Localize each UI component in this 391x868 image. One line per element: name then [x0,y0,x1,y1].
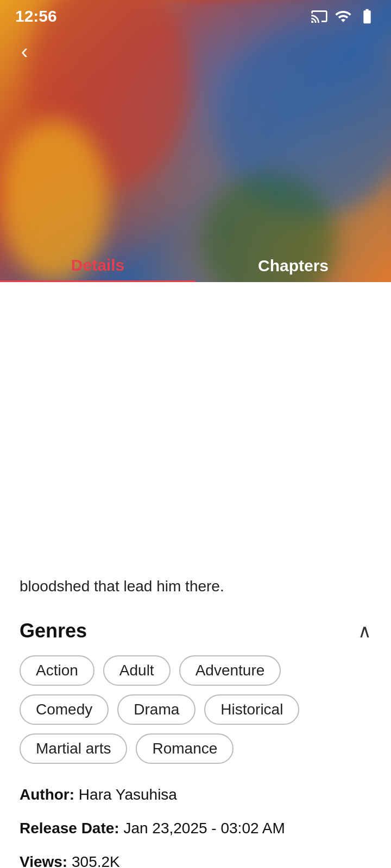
hero-image: ‹ Details Chapters [0,0,391,282]
genre-tag-martial-arts[interactable]: Martial arts [20,733,127,764]
genre-tag-adult[interactable]: Adult [103,655,171,686]
genres-title: Genres [20,620,87,642]
release-date-line: Release Date: Jan 23,2025 - 03:02 AM [20,817,371,840]
battery-icon [358,8,376,25]
tab-chapters[interactable]: Chapters [195,250,391,282]
views-line: Views: 305.2K [20,851,371,868]
genre-tag-romance[interactable]: Romance [136,733,234,764]
genre-tag-adventure[interactable]: Adventure [179,655,281,686]
tab-bar: Details Chapters [0,250,391,282]
wifi-icon [335,8,352,25]
status-time: 12:56 [15,7,57,25]
genre-tag-historical[interactable]: Historical [204,694,299,725]
back-icon: ‹ [21,41,28,62]
main-content: bloodshed that lead him there. Genres ∧ … [0,564,391,868]
metadata-section: Author: Hara Yasuhisa Release Date: Jan … [20,783,371,868]
genres-section: Genres ∧ Action Adult Adventure Comedy D… [20,620,371,764]
genres-collapse-icon[interactable]: ∧ [358,620,371,642]
cast-icon [311,8,328,25]
genre-tags-container: Action Adult Adventure Comedy Drama Hist… [20,655,371,764]
status-icons [311,8,376,25]
genre-tag-drama[interactable]: Drama [117,694,195,725]
back-button[interactable]: ‹ [11,38,38,65]
genres-header: Genres ∧ [20,620,371,642]
tab-details[interactable]: Details [0,250,195,282]
genre-tag-action[interactable]: Action [20,655,94,686]
genre-tag-comedy[interactable]: Comedy [20,694,109,725]
author-line: Author: Hara Yasuhisa [20,783,371,806]
status-bar: 12:56 [0,0,391,33]
description-tail: bloodshed that lead him there. [20,564,371,603]
